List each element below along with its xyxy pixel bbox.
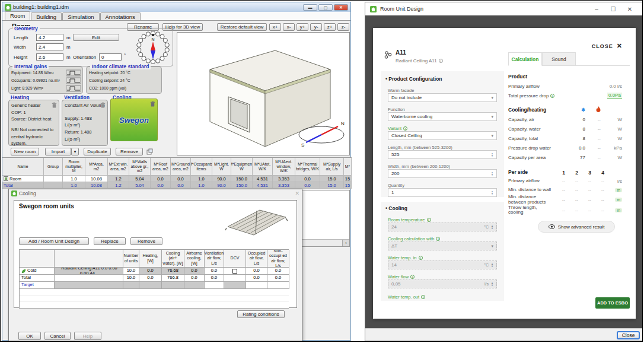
header-cell[interactable]: M*Walls above gr., m2	[129, 158, 151, 176]
header-cell[interactable]: M*Area, m2	[85, 158, 108, 176]
replace-unit-button[interactable]: Replace	[94, 237, 126, 245]
close-icon[interactable]: ✕	[621, 6, 638, 12]
info-icon[interactable]: i	[436, 237, 440, 241]
ok-button[interactable]: OK	[18, 332, 41, 340]
length-input[interactable]: 525▲▼	[388, 150, 497, 159]
heating-trash-icon[interactable]	[51, 101, 58, 109]
add-room-unit-design-button[interactable]: Add / Room Unit Design	[19, 237, 89, 245]
tab-room[interactable]: Room	[5, 11, 30, 20]
header-cell[interactable]: Non-occupi ed air flow, L/s	[267, 250, 289, 268]
card-close-button[interactable]: CLOSE ✕	[592, 42, 623, 50]
header-cell[interactable]: Heating, [W]	[139, 250, 162, 268]
restore-view-button[interactable]: Restore default view	[217, 23, 267, 31]
info-icon[interactable]: i	[421, 295, 425, 299]
close-icon[interactable]: ✕	[334, 4, 348, 11]
unit-row-cold[interactable]: Cold Radiant Ceiling A11 0.0 0.00 0.00 4…	[20, 268, 289, 275]
edit-geometry-button[interactable]: Edit	[73, 34, 119, 41]
warm-facade-select[interactable]: Do not include▾	[388, 93, 497, 102]
header-cell[interactable]: Group	[44, 158, 63, 176]
cooling-calculation-select[interactable]: ΔT▾	[388, 242, 497, 250]
view-x-plus-button[interactable]: x+	[269, 23, 281, 31]
scroll-right-icon[interactable]: ›	[342, 240, 349, 246]
ventilation-box[interactable]: Constant Air Volume Supply: 1.488 L/(s·m…	[62, 100, 108, 146]
orientation-input[interactable]: 0	[99, 53, 122, 61]
cancel-button[interactable]: Cancel	[44, 332, 71, 340]
ventilation-trash-icon[interactable]	[100, 101, 106, 109]
add-to-esbo-button[interactable]: ADD TO ESBO	[595, 297, 630, 309]
view-z-minus-button[interactable]: z-	[337, 23, 349, 31]
header-cell[interactable]: M*Thermal bridges, W/K	[295, 158, 320, 176]
stepper-icon[interactable]: ▲▼	[491, 153, 493, 157]
header-cell[interactable]: M*Ground area, m2	[171, 158, 191, 176]
header-cell[interactable]: Ventilation air flow, L/s	[205, 250, 224, 268]
stepper-icon[interactable]: ▲▼	[491, 263, 493, 268]
header-cell[interactable]: M*Supply air, L/s	[320, 158, 344, 176]
new-room-button[interactable]: New room	[11, 148, 39, 155]
cooling-swegon-box[interactable]: Swegon	[110, 99, 158, 141]
info-icon[interactable]: i	[550, 94, 554, 98]
view-y-plus-button[interactable]: y+	[297, 23, 308, 31]
maximize-icon[interactable]: ☐	[605, 6, 621, 12]
width-input[interactable]: 200▲▼	[388, 169, 497, 178]
import-button[interactable]: Import	[45, 148, 71, 155]
header-cell[interactable]: Occupied air flow, L/s	[246, 250, 267, 268]
info-icon[interactable]: i	[410, 275, 415, 279]
header-cell[interactable]: M*	[344, 158, 352, 176]
tab-building[interactable]: Building	[31, 12, 62, 20]
header-cell[interactable]: M*UAtot, W/K	[253, 158, 273, 176]
view-x-minus-button[interactable]: x-	[283, 23, 295, 31]
rating-conditions-button[interactable]: Rating conditions	[237, 310, 285, 318]
dialog-close-icon[interactable]: ✕	[295, 190, 299, 196]
variant-select[interactable]: Closed Ceiling▾	[388, 131, 497, 140]
stepper-icon[interactable]: ▲▼	[491, 225, 493, 230]
header-cell[interactable]: M*UAext. window, W/K	[273, 158, 295, 176]
header-cell[interactable]: DCV	[224, 250, 246, 268]
3d-view[interactable]: N S	[177, 32, 350, 155]
dcv-checkbox[interactable]	[232, 269, 237, 274]
water-temp-in-input[interactable]: 14°C▲▼	[388, 261, 497, 269]
stepper-icon[interactable]: ▲▼	[491, 172, 493, 176]
function-select[interactable]: Waterborne cooling▾	[388, 112, 497, 121]
minimize-icon[interactable]: –	[588, 6, 605, 12]
close-window-button[interactable]: Close	[617, 331, 640, 339]
view-z-plus-button[interactable]: z+	[324, 23, 336, 31]
info-icon[interactable]: i	[419, 256, 423, 260]
tab-annotations[interactable]: Annotations	[100, 12, 141, 20]
help-button[interactable]: Help	[74, 332, 101, 340]
room-temperature-input[interactable]: 24°C▲▼	[388, 223, 497, 231]
cooling-dialog-titlebar[interactable]: Cooling ✕	[9, 189, 302, 198]
detach-table-icon[interactable]	[146, 148, 153, 155]
stepper-icon[interactable]: ▲▼	[491, 190, 493, 195]
water-flow-input[interactable]: 0,05l/s▲▼	[388, 280, 497, 288]
header-cell[interactable]: Airborne cooling, [W]	[184, 250, 205, 268]
duplicate-button[interactable]: Duplicate	[84, 148, 111, 155]
minimize-icon[interactable]: ▬	[303, 4, 317, 11]
unit-row-target[interactable]: Target	[20, 282, 289, 289]
header-cell[interactable]: M*Ext win. area, m2	[108, 158, 129, 176]
horizontal-scrollbar[interactable]: ›	[302, 239, 349, 246]
header-cell[interactable]: M*Occupants, items	[191, 158, 212, 176]
length-input[interactable]: 4.2	[36, 34, 63, 41]
heating-box[interactable]: Generic heater COP: 1 Source: District h…	[8, 100, 59, 146]
header-cell[interactable]: Cooling (air+ water), [W]	[162, 250, 184, 268]
tab-calculation[interactable]: Calculation	[508, 52, 542, 66]
tab-simulation[interactable]: Simulation	[62, 12, 99, 20]
remove-button[interactable]: Remove	[116, 148, 143, 155]
width-input[interactable]: 2.4	[36, 43, 63, 50]
schedule-graphs-icon[interactable]	[66, 69, 81, 92]
import-dropdown-icon[interactable]: ▾	[71, 148, 79, 155]
room-table-row-total[interactable]: Total 1.0 10.08 1.2 5.04 0.0 0.0 1.0 90.…	[2, 182, 352, 189]
cooling-trash-icon[interactable]	[149, 100, 156, 107]
remove-unit-button[interactable]: Remove	[130, 237, 162, 245]
height-input[interactable]: 2.6	[36, 53, 63, 61]
header-cell[interactable]: M*Light, W	[212, 158, 231, 176]
product-info-icon[interactable]: i	[439, 59, 443, 63]
room-table-row-room[interactable]: Room 1.0 10.08 1.2 5.04 0.0 0.0 1.0 90.0…	[2, 176, 352, 182]
maximize-icon[interactable]: ▢	[318, 4, 333, 11]
variant-info-icon[interactable]: i	[403, 126, 407, 131]
header-cell[interactable]: Number of units	[123, 250, 139, 268]
tab-sound[interactable]: Sound	[542, 52, 576, 66]
quantity-input[interactable]: 1▲▼	[388, 188, 497, 197]
info-icon[interactable]: i	[427, 218, 431, 222]
header-cell[interactable]: M*Roof area, m2	[151, 158, 171, 176]
